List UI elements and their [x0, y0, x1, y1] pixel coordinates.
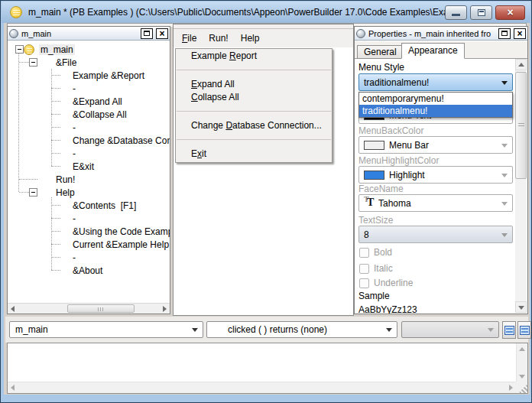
chevron-down-icon[interactable] [488, 328, 494, 332]
properties-vertical-scrollbar[interactable] [515, 59, 527, 313]
script-layout-button-2[interactable] [517, 321, 531, 339]
dropdown-option-contemporary[interactable]: contemporarymenu! [359, 93, 512, 105]
chevron-down-icon[interactable] [386, 328, 392, 332]
tree-item-label: &About [73, 265, 102, 276]
chevron-down-icon[interactable] [501, 144, 508, 148]
menu-item-expand-all[interactable]: Expand All [176, 78, 332, 91]
menu-highlight-color-swatch [364, 171, 384, 180]
face-name-combobox[interactable]: Tahoma [358, 194, 513, 212]
tree-item[interactable]: - [8, 251, 170, 264]
secondary-combobox[interactable] [401, 321, 499, 338]
tree-item[interactable]: E&xit [8, 160, 170, 173]
tree-item[interactable]: - [8, 147, 170, 160]
menu-item-collapse-all[interactable]: Collapse All [176, 91, 332, 104]
scroll-right-icon[interactable] [163, 306, 167, 312]
menubar-item-file[interactable]: File [182, 33, 196, 44]
checkbox-icon[interactable] [359, 278, 369, 288]
tree-collapse-toggle[interactable] [29, 188, 37, 197]
panel-maximize-button[interactable] [498, 28, 511, 39]
tree-connector [19, 62, 29, 63]
menu-item-exit[interactable]: Exit [176, 148, 332, 161]
scrollbar-thumb[interactable] [67, 304, 135, 313]
menu-separator [176, 63, 332, 78]
resize-grip[interactable] [516, 382, 527, 393]
scroll-up-button[interactable] [515, 59, 527, 70]
text-size-combobox[interactable]: 8 [358, 226, 513, 243]
file-dropdown-menu: Example Report Expand All Collapse All C… [175, 48, 332, 163]
restore-button[interactable] [470, 5, 492, 20]
minimize-button[interactable] [445, 5, 467, 20]
chevron-down-icon[interactable] [501, 202, 508, 206]
event-combobox[interactable]: clicked ( ) returns (none) [206, 321, 397, 338]
menu-style-combobox[interactable]: traditionalmenu! [358, 73, 513, 91]
tree-item[interactable]: Help [8, 186, 170, 199]
menu-back-color-swatch [364, 141, 384, 150]
tree-item[interactable]: Run! [8, 173, 170, 186]
script-vertical-scrollbar[interactable] [516, 343, 527, 382]
tree-item[interactable]: m_main [8, 43, 170, 56]
scrollbar-thumb[interactable] [515, 72, 527, 179]
tree-horizontal-scrollbar[interactable] [8, 303, 170, 314]
menu-highlight-color-label: MenuHighlightColor [358, 155, 439, 166]
dropdown-option-traditional[interactable]: traditionalmenu! [359, 105, 512, 117]
menu-item-change-database[interactable]: Change Database Connection... [176, 119, 332, 132]
tree-item[interactable]: &Contents [F1] [8, 199, 170, 212]
tree-collapse-toggle[interactable] [15, 45, 24, 54]
minimize-icon [452, 14, 460, 16]
menu-item-example-report[interactable]: Example Report [176, 50, 332, 63]
chevron-down-icon[interactable] [501, 81, 508, 85]
script-editor[interactable] [7, 343, 528, 394]
close-button[interactable]: × [495, 5, 525, 20]
script-layout-button-1[interactable] [502, 321, 516, 339]
chevron-down-icon[interactable] [192, 328, 198, 332]
panel-close-button[interactable]: × [156, 28, 168, 39]
tree-connector [51, 257, 60, 258]
tree-item-label: - [73, 148, 76, 159]
tree-connector [51, 127, 60, 128]
checkbox-icon[interactable] [359, 264, 369, 274]
tab-appearance[interactable]: Appearance [401, 43, 465, 59]
tree-item[interactable]: Example &Report [8, 69, 170, 82]
tree-item[interactable]: &File [8, 56, 170, 69]
checkbox-icon[interactable] [359, 248, 369, 258]
tree-item[interactable]: - [8, 82, 170, 95]
tree-connector [51, 205, 60, 206]
panel-maximize-button[interactable] [141, 28, 153, 39]
scroll-left-icon[interactable] [11, 306, 15, 312]
scroll-down-button[interactable] [515, 301, 527, 313]
tree-connector [51, 231, 60, 232]
tree-item[interactable]: Change &Database Conne [8, 134, 170, 147]
tree-item[interactable]: - [8, 121, 170, 134]
menu-separator [176, 132, 332, 148]
menu-back-color-combobox[interactable]: Menu Bar [358, 136, 513, 154]
tree-connector [51, 244, 60, 245]
scroll-up-icon[interactable] [519, 347, 525, 351]
menu-style-value: traditionalmenu! [364, 77, 429, 88]
tree-item[interactable]: &Using the Code Examples [8, 225, 170, 238]
scroll-left-icon[interactable] [11, 385, 15, 391]
tree-item[interactable]: &Collapse All [8, 108, 170, 121]
panel-close-button[interactable]: × [514, 28, 526, 39]
tree-item[interactable]: - [8, 212, 170, 225]
italic-checkbox[interactable]: Italic [359, 263, 393, 274]
tree-item[interactable]: &About [8, 264, 170, 277]
scroll-down-icon[interactable] [519, 375, 525, 379]
tree-item[interactable]: &Expand All [8, 95, 170, 108]
tree-connector [51, 166, 60, 167]
menubar-item-run[interactable]: Run! [209, 33, 228, 44]
menu-highlight-color-combobox[interactable]: Highlight [358, 166, 513, 184]
tree-connector [51, 114, 60, 115]
menubar-item-help[interactable]: Help [241, 33, 260, 44]
tree-collapse-toggle[interactable] [29, 58, 37, 67]
object-combobox[interactable]: m_main [9, 321, 203, 338]
tree-item-label: &Collapse All [73, 109, 127, 120]
script-horizontal-scrollbar[interactable] [8, 382, 516, 393]
chevron-down-icon[interactable] [501, 174, 508, 177]
tab-general[interactable]: General [357, 45, 404, 59]
chevron-down-icon[interactable] [501, 233, 508, 237]
scroll-right-icon[interactable] [509, 385, 513, 391]
tree-item[interactable]: Current &Example Help [S [8, 238, 170, 251]
bold-checkbox[interactable]: Bold [359, 247, 392, 258]
underline-checkbox[interactable]: Underline [359, 278, 413, 288]
object-combobox-value: m_main [15, 324, 48, 335]
